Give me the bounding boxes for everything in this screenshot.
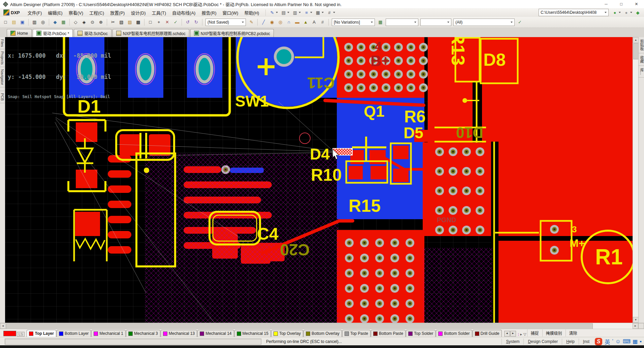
toolbar-button-place-string[interactable]: A — [310, 19, 318, 25]
toolbar-button-zoom-point[interactable]: ⊕ — [97, 19, 105, 25]
close-button[interactable]: ✕ — [629, 0, 644, 8]
ime-icon-5[interactable]: ▪ — [640, 339, 642, 345]
toolbar-button-zoom-area[interactable]: ◈ — [80, 19, 88, 25]
layer-scroll-left-button[interactable]: ◄ — [504, 331, 510, 337]
doc-tab-NXP智能车电机控制系统PCB2.pcbdoc[interactable]: NXP智能车电机控制系统PCB2.pcbdoc — [190, 29, 274, 37]
sidebar-tab-pcb[interactable]: PCB — [0, 91, 5, 103]
toolbar-button-zoom-selected[interactable]: ⊙ — [89, 19, 96, 25]
layer-tab-mechanical-1[interactable]: Mechanical 1 — [91, 330, 126, 337]
dxp-menu[interactable]: DXP — [11, 10, 20, 15]
status-button-design-compiler[interactable]: Design Compiler — [523, 339, 562, 345]
doc-tab-驱动.SchDoc[interactable]: 驱动.SchDoc — [74, 29, 111, 37]
toolbar-button-variant-manager-icon[interactable]: ▦ — [377, 19, 384, 25]
toolbar-button-place-arc[interactable]: ∩ — [285, 19, 293, 25]
toolbar-button-place-pad[interactable]: ◉ — [268, 19, 276, 25]
layer-action-捕捉[interactable]: 捕捉 — [527, 329, 542, 337]
toolbar-button-paste-array[interactable]: ▩ — [134, 19, 142, 25]
toolbar-button-paste[interactable]: ▨ — [126, 19, 134, 25]
layer-tab-bottom-paste[interactable]: Bottom Paste — [371, 330, 406, 337]
scope-combo[interactable]: (All) — [453, 19, 515, 26]
toolbar-button-utility-tools-icon[interactable]: ▤ — [280, 9, 290, 16]
scroll-left-arrow[interactable]: ◄ — [0, 323, 6, 329]
ime-logo-icon[interactable]: S — [595, 338, 602, 345]
toolbar-button-clear-selection[interactable]: ✕ — [163, 19, 171, 25]
toolbar-button-device-view[interactable]: ◆ — [51, 19, 59, 25]
variations-combo[interactable]: [No Variations] — [332, 19, 375, 26]
expand-icon[interactable]: ▸ — [520, 332, 522, 337]
dxp-icon[interactable] — [3, 9, 9, 16]
menu-item-帮助(H)[interactable]: 帮助(H) — [241, 8, 262, 17]
toolbar-button-grid-tools-icon[interactable]: # — [325, 9, 336, 16]
maximize-button[interactable]: □ — [614, 0, 629, 8]
toolbar-button-place-via[interactable]: ◎ — [277, 19, 284, 25]
layer-sets-button[interactable]: LS — [17, 332, 25, 337]
status-button-help[interactable]: Help — [562, 339, 579, 345]
pcb-canvas[interactable]: D1SW1C114B+R13D8Q1R6D5D4R10R15C4C20D10PG… — [5, 37, 633, 323]
ime-icon-1[interactable]: ’ — [612, 339, 613, 345]
toolbar-button-print[interactable]: ▥ — [31, 19, 38, 25]
layer-tab-bottom-layer[interactable]: Bottom Layer — [57, 330, 91, 337]
layer-scroll-right-button[interactable]: ► — [510, 331, 516, 337]
ime-icon-4[interactable]: ▦ — [633, 338, 638, 345]
toolbar-button-snapshot-open-icon[interactable]: ● — [622, 9, 633, 16]
layer-tab-mechanical-14[interactable]: Mechanical 14 — [197, 330, 234, 337]
toolbar-button-grid-toggle[interactable]: # — [319, 19, 326, 25]
sidebar-tab-navigator[interactable]: Navigator — [0, 67, 5, 87]
toolbar-button-vault-icon[interactable]: ◆ — [634, 9, 642, 16]
ime-icon-3[interactable]: ⌨ — [623, 338, 631, 345]
toolbar-button-edit-net[interactable]: ✎ — [248, 19, 255, 25]
menu-item-工程(C)[interactable]: 工程(C) — [86, 8, 107, 17]
toolbar-button-place-track[interactable]: ╱ — [260, 19, 267, 25]
layer-tab-top-overlay[interactable]: Top Overlay — [271, 330, 303, 337]
sidebar-tab-files[interactable]: Files — [0, 37, 5, 49]
layer-tab-mechanical-3[interactable]: Mechanical 3 — [126, 330, 160, 337]
minimize-button[interactable]: ─ — [599, 0, 614, 8]
toolbar-button-select-area[interactable]: □ — [147, 19, 154, 25]
toolbar-button-align-tools-icon[interactable]: ≡ — [302, 9, 313, 16]
layer-action-清除[interactable]: 清除 — [566, 329, 581, 337]
layer-sets-icon[interactable]: ⁞ — [518, 332, 519, 337]
sidebar-tab-projects[interactable]: Projects — [0, 49, 5, 67]
filter-combo-2[interactable] — [420, 19, 451, 26]
layer-tab-mechanical-15[interactable]: Mechanical 15 — [234, 330, 271, 337]
ime-icon-2[interactable]: ☺ — [615, 339, 621, 345]
menu-item-报告(R)[interactable]: 报告(R) — [198, 8, 219, 17]
menu-item-自动布线(A)[interactable]: 自动布线(A) — [169, 8, 198, 17]
menu-item-文件(F)[interactable]: 文件(F) — [25, 8, 45, 17]
toolbar-button-wiring-tools-icon[interactable]: ✎ — [268, 9, 279, 16]
ime-icon-0[interactable]: 英 — [605, 338, 610, 346]
status-button-system[interactable]: System — [502, 339, 523, 345]
toolbar-button-release-view[interactable]: ▦ — [60, 19, 67, 25]
menu-item-设计(D)[interactable]: 设计(D) — [128, 8, 149, 17]
storage-path-combo[interactable]: C:\Users\55464\Desktop\HI408 — [539, 9, 609, 16]
layer-tab-top-layer[interactable]: Top Layer — [27, 330, 56, 337]
horizontal-scrollbar[interactable]: ◄ ► — [0, 323, 644, 329]
toolbar-button-place-polygon[interactable]: ▲ — [302, 19, 310, 25]
toolbar-button-copy[interactable]: ▧ — [118, 19, 125, 25]
toolbar-button-new-document[interactable]: □ — [2, 19, 9, 25]
toolbar-button-move-object[interactable]: + — [155, 19, 163, 25]
scroll-down-arrow[interactable]: ▼ — [633, 317, 639, 323]
menu-item-窗口(W)[interactable]: 窗口(W) — [219, 8, 241, 17]
scroll-up-arrow[interactable]: ▲ — [633, 37, 639, 43]
net-filter-combo[interactable]: (Not Saved) — [205, 19, 246, 26]
layer-tab-mechanical-13[interactable]: Mechanical 13 — [161, 330, 197, 337]
vertical-scrollbar[interactable]: ▲ ▼ — [633, 37, 639, 323]
toolbar-button-room-tools-icon[interactable]: ▦ — [314, 9, 325, 16]
right-panel-tab-库...[interactable]: 库... — [639, 66, 644, 78]
layer-tab-bottom-overlay[interactable]: Bottom Overlay — [303, 330, 342, 337]
doc-tab-NXP智能车电机控制原理图.schdoc[interactable]: NXP智能车电机控制原理图.schdoc — [112, 29, 189, 37]
menu-item-放置(P)[interactable]: 放置(P) — [107, 8, 128, 17]
right-panel-tab-剪贴板[interactable]: 剪贴板 — [639, 37, 644, 53]
toolbar-button-open-document[interactable]: ▤ — [10, 19, 18, 25]
toolbar-button-zoom-document[interactable]: ◇ — [72, 19, 79, 25]
layer-tab-bottom-solder[interactable]: Bottom Solder — [436, 330, 472, 337]
menu-item-工具(T)[interactable]: 工具(T) — [149, 8, 169, 17]
toolbar-button-filter-apply-icon[interactable]: ✓ — [516, 19, 524, 25]
toolbar-button-undo[interactable]: ↺ — [184, 19, 192, 25]
horizontal-scroll-thumb[interactable] — [6, 323, 593, 329]
menu-item-编辑(E)[interactable]: 编辑(E) — [45, 8, 65, 17]
layer-tab-drill-guide[interactable]: Drill Guide — [473, 330, 502, 337]
filter-icon[interactable]: ▽ — [523, 332, 526, 337]
toolbar-button-design-rule-check[interactable]: ✓ — [172, 19, 180, 25]
